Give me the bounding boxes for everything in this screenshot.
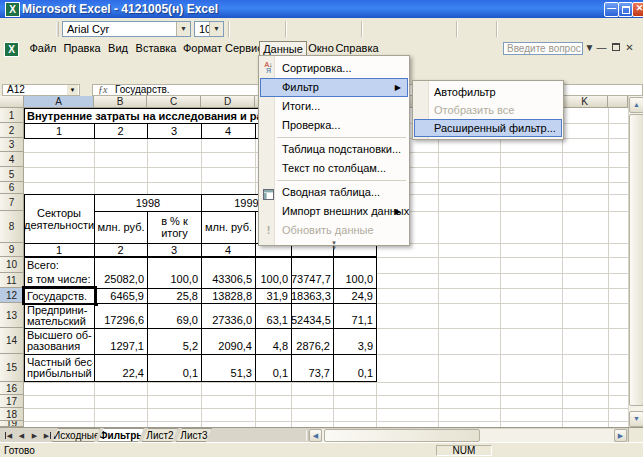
cell-E13[interactable]: 63,1 — [255, 314, 291, 326]
row-header-4[interactable]: 4 — [0, 152, 24, 167]
toolbar-drag-handle[interactable] — [56, 21, 59, 37]
col-header-A[interactable]: A — [24, 96, 94, 108]
col-header-K[interactable]: K — [562, 96, 608, 108]
cell-edu-line2[interactable]: разования — [27, 340, 93, 352]
cell-sector-line1[interactable]: Секторы — [24, 207, 94, 219]
cell-D15[interactable]: 51,3 — [201, 367, 255, 379]
menu-item-text-to-columns[interactable]: Текст по столбцам... — [260, 159, 408, 178]
row-header-16[interactable]: 16 — [0, 382, 24, 395]
cell-D14[interactable]: 2090,4 — [201, 340, 255, 352]
col-header-D[interactable]: D — [201, 96, 255, 108]
tab-filtry[interactable]: Фильтры — [98, 428, 144, 442]
minimize-button[interactable]: — — [604, 2, 619, 17]
menu-item-sort[interactable]: А↓Я Сортировка... — [260, 59, 408, 78]
menu-item-totals[interactable]: Итоги... — [260, 97, 408, 116]
col-header-B[interactable]: B — [94, 96, 147, 108]
cell-year-1998[interactable]: 1998 — [95, 197, 201, 209]
first-sheet-icon[interactable]: ◀ — [2, 429, 15, 442]
cell-F15[interactable]: 73,7 — [291, 367, 333, 379]
menu-help[interactable]: Справка — [335, 41, 379, 56]
cell-D9[interactable]: 4 — [201, 244, 255, 256]
workbook-icon[interactable]: X — [4, 42, 19, 57]
cell-E14[interactable]: 4,8 — [255, 340, 291, 352]
cell-B2[interactable]: 2 — [94, 125, 147, 137]
workbook-restore-button[interactable] — [609, 42, 622, 55]
last-sheet-icon[interactable]: ▶ — [41, 429, 54, 442]
row-header-10[interactable]: 10 — [0, 257, 24, 273]
col-header-C[interactable]: C — [147, 96, 201, 108]
menu-item-validation[interactable]: Проверка... — [260, 116, 408, 135]
ask-question-box[interactable]: Введите вопрос — [503, 42, 583, 55]
chevron-down-icon[interactable]: ▼ — [209, 22, 223, 36]
tab-list3[interactable]: Лист3 — [176, 428, 212, 442]
cell-G14[interactable]: 3,9 — [333, 340, 376, 352]
vertical-scrollbar[interactable]: ▲ ▼ — [628, 96, 643, 427]
row-header-14[interactable]: 14 — [0, 328, 24, 354]
row-header-8[interactable]: 8 — [0, 211, 24, 243]
row-header-1[interactable]: 1 — [0, 108, 24, 123]
cell-D8-mln[interactable]: млн. руб. — [202, 221, 255, 233]
row-header-13[interactable]: 13 — [0, 303, 24, 328]
menu-file[interactable]: Файл — [26, 41, 60, 56]
menu-tools[interactable]: Сервис — [225, 41, 259, 56]
row-header-6[interactable]: 6 — [0, 182, 24, 194]
row-header-5[interactable]: 5 — [0, 167, 24, 182]
cell-F12[interactable]: 18363,3 — [291, 290, 333, 302]
insert-function-icon[interactable]: ƒx — [98, 85, 107, 95]
cell-G13[interactable]: 71,1 — [333, 314, 376, 326]
cell-C8-pct-line2[interactable]: итогу — [148, 227, 201, 239]
cell-E12[interactable]: 31,9 — [255, 290, 291, 302]
menu-insert[interactable]: Вставка — [132, 41, 180, 56]
menu-item-filter[interactable]: Фильтр ▶ — [260, 78, 408, 97]
row-header-17[interactable]: 17 — [0, 395, 24, 408]
menu-edit[interactable]: Правка — [60, 41, 104, 56]
cell-total-line2[interactable]: в том числе: — [27, 273, 93, 285]
active-cell-selection[interactable] — [22, 286, 97, 305]
cell-C9[interactable]: 3 — [147, 244, 201, 256]
font-size-combo[interactable]: 10 ▼ — [194, 21, 224, 37]
menu-view[interactable]: Вид — [104, 41, 132, 56]
cell-prv-line2[interactable]: прибыльный — [27, 367, 93, 379]
cell-B13[interactable]: 17296,6 — [94, 314, 147, 326]
cell-A2[interactable]: 1 — [24, 125, 94, 137]
row-header-2[interactable]: 2 — [0, 123, 24, 138]
scroll-right-icon[interactable]: ▶ — [614, 429, 627, 442]
close-button[interactable]: ✕ — [632, 2, 643, 17]
row-header-18[interactable]: 18 — [0, 408, 24, 421]
cell-C13[interactable]: 69,0 — [147, 314, 201, 326]
cell-F14[interactable]: 2876,2 — [291, 340, 333, 352]
cell-D2[interactable]: 4 — [201, 125, 255, 137]
select-all-corner[interactable] — [0, 96, 24, 108]
chevron-down-icon[interactable]: ▼ — [176, 22, 190, 36]
fill-handle[interactable] — [95, 303, 98, 306]
menu-item-pivot-table[interactable]: Сводная таблица... — [260, 183, 408, 202]
cell-F11[interactable]: 73747,7 — [291, 273, 333, 285]
workbook-close-button[interactable]: ✕ — [623, 42, 636, 55]
chevron-down-icon[interactable]: ▼ — [67, 85, 78, 95]
cell-E11[interactable]: 100,0 — [255, 273, 291, 285]
cell-A9[interactable]: 1 — [24, 244, 94, 256]
resize-corner[interactable] — [628, 428, 643, 443]
col-header-L[interactable] — [608, 96, 628, 108]
row-header-15[interactable]: 15 — [0, 354, 24, 382]
cell-C11[interactable]: 100,0 — [147, 273, 201, 285]
submenu-item-show-all[interactable]: Отобразить все — [414, 101, 562, 119]
cell-total-line1[interactable]: Всего: — [27, 259, 93, 271]
cell-B11[interactable]: 25082,0 — [94, 273, 147, 285]
font-name-combo[interactable]: Arial Cyr ▼ — [62, 21, 191, 37]
cell-G12[interactable]: 24,9 — [333, 290, 376, 302]
cell-E15[interactable]: 0,1 — [255, 367, 291, 379]
menu-format[interactable]: Формат — [180, 41, 225, 56]
submenu-item-autofilter[interactable]: Автофильтр — [414, 83, 562, 101]
horizontal-scroll-thumb[interactable] — [324, 429, 480, 442]
cell-C14[interactable]: 5,2 — [147, 340, 201, 352]
cell-B8-mln[interactable]: млн. руб. — [95, 221, 147, 233]
cell-ent-line2[interactable]: мательский — [27, 315, 93, 327]
name-box[interactable]: A12 ▼ — [2, 84, 80, 96]
submenu-item-advanced-filter[interactable]: Расширенный фильтр... — [414, 119, 562, 137]
row-header-7[interactable]: 7 — [0, 194, 24, 211]
menu-data[interactable]: Данные — [259, 41, 307, 56]
scroll-down-icon[interactable]: ▼ — [629, 411, 643, 427]
menu-item-lookup-table[interactable]: Таблица подстановки... — [260, 140, 408, 159]
cell-D11[interactable]: 43306,5 — [201, 273, 255, 285]
